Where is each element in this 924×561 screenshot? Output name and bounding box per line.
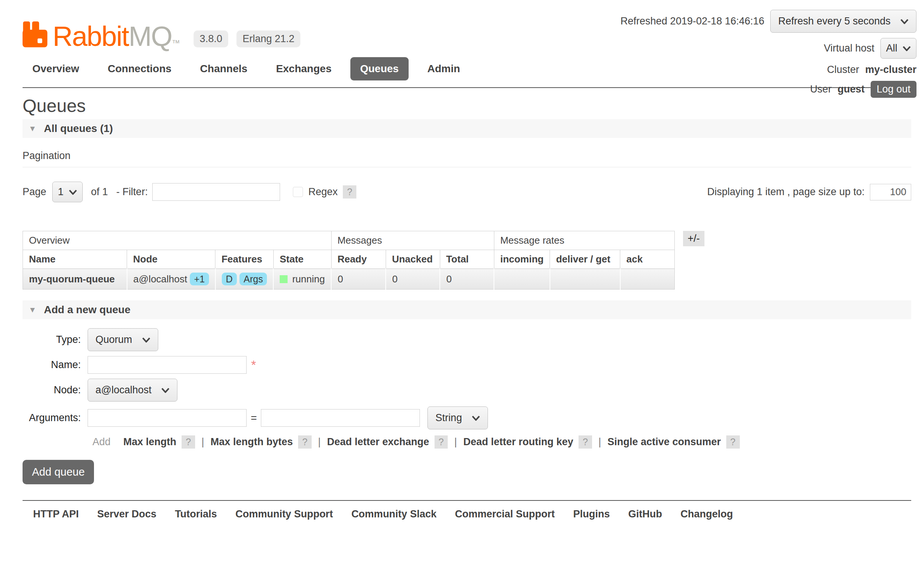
virtual-host-select[interactable]: All — [880, 38, 916, 59]
tab-exchanges[interactable]: Exchanges — [266, 57, 341, 80]
shortcut-max-length[interactable]: Max length — [123, 436, 176, 448]
brand-trademark: ™ — [172, 38, 179, 48]
footer-link-changelog[interactable]: Changelog — [680, 508, 733, 520]
queue-state: running — [292, 273, 325, 285]
single-active-consumer-help-badge[interactable]: ? — [726, 435, 740, 449]
add-queue-section-header[interactable]: ▼ Add a new queue — [23, 300, 911, 319]
all-queues-label: All queues (1) — [44, 123, 113, 135]
shortcut-dead-letter-exchange[interactable]: Dead letter exchange — [327, 436, 429, 448]
tab-queues[interactable]: Queues — [350, 57, 409, 80]
queues-table-area: Overview Messages Message rates Name Nod… — [23, 231, 911, 290]
node-count-badge[interactable]: +1 — [190, 273, 209, 285]
page-of-label: of 1 — [91, 186, 108, 198]
page-title: Queues — [23, 96, 911, 116]
max-length-help-badge[interactable]: ? — [182, 435, 195, 449]
regex-checkbox[interactable] — [293, 187, 303, 197]
tab-overview[interactable]: Overview — [23, 57, 89, 80]
col-header-deliver-get[interactable]: deliver / get — [550, 250, 620, 269]
dead-letter-routing-key-help-badge[interactable]: ? — [579, 435, 592, 449]
shortcut-dead-letter-routing-key[interactable]: Dead letter routing key — [463, 436, 573, 448]
all-queues-section-header[interactable]: ▼ All queues (1) — [23, 119, 911, 138]
queues-table: Overview Messages Message rates Name Nod… — [23, 231, 675, 290]
filter-label: - Filter: — [116, 186, 148, 198]
page-size-input[interactable] — [870, 184, 911, 200]
argument-shortcuts: Add Max length ? | Max length bytes ? | … — [92, 435, 911, 449]
queue-type-value: Quorum — [95, 334, 132, 346]
version-badge: 3.8.0 — [194, 30, 228, 47]
queue-type-select[interactable]: Quorum — [88, 328, 158, 351]
dead-letter-exchange-help-badge[interactable]: ? — [435, 435, 448, 449]
tab-channels[interactable]: Channels — [190, 57, 257, 80]
add-queue-label: Add a new queue — [44, 304, 130, 316]
user-label: User — [810, 83, 832, 95]
group-header-overview: Overview — [23, 231, 332, 250]
refresh-interval-select[interactable]: Refresh every 5 seconds — [770, 10, 916, 33]
queue-ready-count: 0 — [331, 269, 386, 290]
refresh-interval-value: Refresh every 5 seconds — [778, 15, 891, 27]
cluster-label: Cluster — [827, 64, 859, 76]
footer-link-plugins[interactable]: Plugins — [573, 508, 610, 520]
header: RabbitMQ™ 3.8.0 Erlang 21.2 Refreshed 20… — [0, 0, 924, 88]
argument-key-input[interactable] — [88, 409, 247, 427]
footer-link-commercial-support[interactable]: Commercial Support — [455, 508, 555, 520]
queue-rate-incoming — [494, 269, 550, 290]
collapse-triangle-icon: ▼ — [29, 305, 36, 314]
add-queue-button[interactable]: Add queue — [23, 460, 94, 484]
tab-connections[interactable]: Connections — [98, 57, 182, 80]
queue-node: a@localhost — [133, 273, 187, 285]
queue-unacked-count: 0 — [386, 269, 440, 290]
logout-button[interactable]: Log out — [871, 81, 916, 98]
col-header-ready[interactable]: Ready — [331, 250, 386, 269]
filter-input[interactable] — [152, 183, 280, 201]
separator: | — [598, 436, 601, 448]
equals-sign: = — [251, 412, 257, 424]
queue-name[interactable]: my-quorum-queue — [29, 273, 115, 285]
virtual-host-label: Virtual host — [824, 42, 874, 54]
regex-help-badge[interactable]: ? — [343, 185, 356, 199]
col-header-state[interactable]: State — [273, 250, 331, 269]
queue-node-select[interactable]: a@localhost — [88, 379, 177, 402]
shortcut-max-length-bytes[interactable]: Max length bytes — [211, 436, 293, 448]
chevron-down-icon — [903, 46, 911, 51]
footer-link-github[interactable]: GitHub — [628, 508, 662, 520]
node-label: Node: — [23, 384, 81, 396]
col-header-incoming[interactable]: incoming — [494, 250, 550, 269]
argument-type-select[interactable]: String — [427, 406, 488, 429]
user-name: guest — [838, 83, 865, 95]
footer-link-http-api[interactable]: HTTP API — [33, 508, 79, 520]
name-label: Name: — [23, 359, 81, 371]
brand-wordmark: RabbitMQ™ — [53, 23, 179, 50]
argument-value-input[interactable] — [261, 409, 420, 427]
pagination-controls: Page 1 of 1 - Filter: Regex ? Displaying… — [23, 182, 911, 202]
footer: HTTP API Server Docs Tutorials Community… — [23, 500, 911, 520]
erlang-version-badge: Erlang 21.2 — [236, 30, 300, 47]
col-header-node[interactable]: Node — [127, 250, 215, 269]
queue-rate-deliver-get — [550, 269, 620, 290]
type-label: Type: — [23, 334, 81, 346]
col-header-name[interactable]: Name — [23, 250, 127, 269]
tab-admin[interactable]: Admin — [418, 57, 470, 80]
col-header-total[interactable]: Total — [440, 250, 494, 269]
add-hint-label: Add — [92, 436, 111, 448]
page-number-select[interactable]: 1 — [52, 182, 83, 202]
footer-link-community-support[interactable]: Community Support — [235, 508, 333, 520]
separator: | — [201, 436, 204, 448]
footer-link-community-slack[interactable]: Community Slack — [351, 508, 437, 520]
queue-name-input[interactable] — [88, 356, 247, 374]
queue-row[interactable]: my-quorum-queue a@localhost +1 D Args ru… — [23, 269, 675, 290]
chevron-down-icon — [900, 19, 909, 24]
max-length-bytes-help-badge[interactable]: ? — [298, 435, 312, 449]
shortcut-single-active-consumer[interactable]: Single active consumer — [607, 436, 721, 448]
footer-link-tutorials[interactable]: Tutorials — [175, 508, 217, 520]
col-header-features[interactable]: Features — [215, 250, 274, 269]
feature-args-badge[interactable]: Args — [239, 273, 267, 285]
queue-node-value: a@localhost — [95, 384, 151, 396]
column-toggle-button[interactable]: +/- — [683, 231, 704, 246]
version-badges: 3.8.0 Erlang 21.2 — [194, 30, 300, 47]
footer-link-server-docs[interactable]: Server Docs — [97, 508, 157, 520]
feature-durable-badge[interactable]: D — [222, 273, 237, 285]
chevron-down-icon — [69, 190, 77, 195]
col-header-ack[interactable]: ack — [620, 250, 675, 269]
col-header-unacked[interactable]: Unacked — [386, 250, 440, 269]
refreshed-timestamp: Refreshed 2019-02-18 16:46:16 — [621, 15, 765, 27]
